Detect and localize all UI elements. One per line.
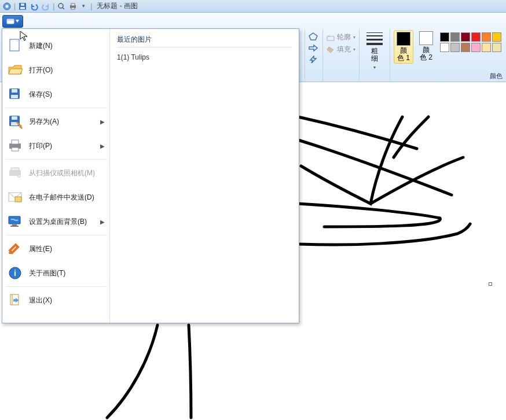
menu-item-label: 从扫描仪或照相机(M) — [29, 168, 95, 178]
window-title: 无标题 - 画图 — [97, 1, 138, 11]
svg-rect-3 — [20, 7, 25, 9]
svg-rect-22 — [12, 148, 19, 151]
menu-item-label: 新建(N) — [29, 41, 53, 51]
outline-label: 轮廓 — [337, 32, 351, 42]
svg-rect-11 — [7, 19, 14, 21]
lightning-icon[interactable] — [309, 56, 318, 64]
palette-swatch[interactable] — [440, 32, 449, 42]
svg-rect-10 — [7, 19, 14, 24]
size-button[interactable]: 粗 细 ▾ — [363, 30, 386, 72]
ribbon-visible-section: 轮廓 ▾ 填充 ▾ 粗 细 ▾ — [305, 29, 506, 82]
chevron-down-icon: ▾ — [353, 35, 355, 40]
palette-swatch[interactable] — [482, 32, 491, 42]
color-2-label: 颜 色 2 — [420, 46, 432, 61]
saveas-icon — [7, 113, 23, 130]
menu-item-label: 保存(S) — [29, 90, 52, 100]
palette-swatch[interactable] — [471, 43, 481, 52]
menu-item-desktop[interactable]: 设置为桌面背景(B)▶ — [2, 209, 109, 234]
menu-item-label: 关于画图(T) — [29, 268, 65, 278]
recent-file-item[interactable]: 1(1) Tulips — [117, 51, 292, 64]
save-icon — [7, 86, 23, 102]
chevron-down-icon[interactable]: ▼ — [81, 3, 86, 9]
svg-rect-12 — [327, 36, 334, 40]
menu-item-new[interactable]: 新建(N) — [2, 34, 109, 58]
quick-access-toolbar: | | ▼ | — [2, 2, 92, 11]
ribbon: 轮廓 ▾ 填充 ▾ 粗 细 ▾ — [0, 13, 506, 82]
menu-item-label: 打开(O) — [29, 65, 53, 75]
menu-item-exit[interactable]: 退出(X) — [2, 288, 109, 312]
svg-line-6 — [63, 8, 64, 9]
chevron-down-icon: ▾ — [353, 47, 355, 52]
desktop-icon — [7, 213, 23, 230]
redo-icon[interactable] — [41, 2, 50, 11]
color-1-swatch — [397, 32, 410, 46]
svg-rect-31 — [10, 226, 19, 227]
palette-swatch[interactable] — [440, 43, 449, 52]
chevron-right-icon: ▶ — [100, 143, 105, 149]
svg-point-25 — [18, 175, 21, 178]
svg-rect-9 — [71, 8, 75, 9]
color-2-slot[interactable]: 颜 色 2 — [417, 30, 435, 62]
fill-label: 填充 — [337, 45, 351, 54]
outline-option[interactable]: 轮廓 ▾ — [327, 32, 355, 42]
palette-swatch[interactable] — [461, 32, 470, 42]
chevron-right-icon: ▶ — [100, 219, 105, 225]
palette-swatch[interactable] — [450, 32, 460, 42]
cursor-pointer-icon — [20, 31, 29, 42]
svg-rect-4 — [21, 3, 24, 6]
fill-option[interactable]: 填充 ▾ — [327, 45, 355, 54]
divider: | — [53, 2, 54, 10]
svg-rect-8 — [71, 3, 75, 6]
file-menu-tab[interactable] — [2, 15, 23, 28]
menu-item-save[interactable]: 保存(S) — [2, 82, 109, 106]
menu-item-label: 设置为桌面背景(B) — [29, 217, 87, 227]
about-icon: i — [7, 265, 23, 281]
pentagon-icon[interactable] — [309, 32, 318, 40]
menu-item-label: 另存为(A) — [29, 117, 59, 127]
svg-rect-16 — [12, 89, 17, 93]
undo-icon[interactable] — [30, 2, 39, 11]
color-2-swatch — [419, 31, 433, 45]
menu-item-scanner[interactable]: 从扫描仪或照相机(M) — [2, 161, 109, 185]
palette-swatch[interactable] — [482, 43, 491, 52]
size-label: 粗 细 — [371, 47, 378, 62]
palette-swatch[interactable] — [461, 43, 470, 52]
menu-item-saveas[interactable]: 另存为(A)▶ — [2, 109, 109, 134]
chevron-down-icon: ▾ — [373, 65, 376, 70]
color-palette — [439, 30, 505, 52]
svg-text:i: i — [14, 268, 16, 278]
search-qat-icon[interactable] — [57, 2, 66, 11]
menu-item-label: 在电子邮件中发送(D) — [29, 193, 94, 202]
open-icon — [7, 62, 23, 78]
palette-swatch[interactable] — [450, 43, 460, 52]
file-menu-dropdown: 新建(N)打开(O)保存(S)另存为(A)▶打印(P)▶从扫描仪或照相机(M)在… — [2, 28, 299, 323]
color-1-slot[interactable]: 颜 色 1 — [394, 30, 413, 64]
palette-swatch[interactable] — [492, 32, 501, 42]
svg-rect-35 — [13, 299, 17, 301]
menu-item-properties[interactable]: 属性(E) — [2, 237, 109, 261]
palette-swatch[interactable] — [471, 32, 481, 42]
menu-item-open[interactable]: 打开(O) — [2, 58, 109, 82]
menu-item-about[interactable]: i关于画图(T) — [2, 261, 109, 285]
print-qat-icon[interactable] — [68, 2, 78, 11]
menu-item-label: 退出(X) — [29, 296, 52, 305]
svg-rect-27 — [15, 197, 21, 202]
svg-rect-19 — [12, 116, 17, 120]
arrow-shape-icon[interactable] — [309, 44, 318, 52]
print-icon — [7, 138, 23, 154]
svg-rect-15 — [11, 95, 18, 98]
svg-rect-24 — [11, 168, 19, 171]
divider: | — [90, 2, 92, 10]
palette-swatch[interactable] — [492, 43, 501, 52]
resize-handle[interactable] — [489, 282, 492, 286]
svg-point-1 — [6, 5, 9, 8]
chevron-right-icon: ▶ — [100, 119, 105, 125]
shape-tools — [309, 30, 319, 64]
menu-item-print[interactable]: 打印(P)▶ — [2, 134, 109, 158]
properties-icon — [7, 241, 23, 257]
colors-group-label: 颜色 — [490, 72, 503, 80]
menu-item-email[interactable]: 在电子邮件中发送(D) — [2, 185, 109, 209]
save-icon[interactable] — [18, 2, 27, 11]
file-menu-list: 新建(N)打开(O)保存(S)另存为(A)▶打印(P)▶从扫描仪或照相机(M)在… — [2, 29, 110, 323]
svg-point-5 — [58, 3, 63, 8]
